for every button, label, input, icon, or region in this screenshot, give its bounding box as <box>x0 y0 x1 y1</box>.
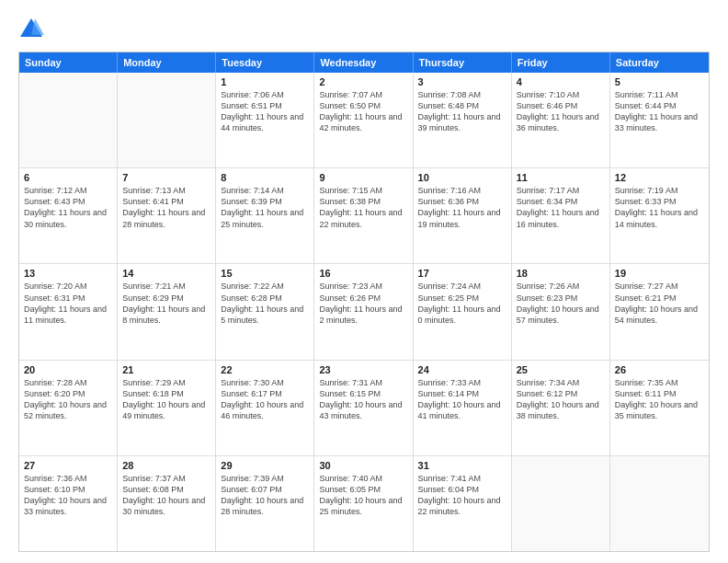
calendar-cell: 3Sunrise: 7:08 AM Sunset: 6:48 PM Daylig… <box>414 73 512 167</box>
day-number: 14 <box>122 268 210 279</box>
calendar-cell: 24Sunrise: 7:33 AM Sunset: 6:14 PM Dayli… <box>414 361 512 455</box>
calendar-body: 1Sunrise: 7:06 AM Sunset: 6:51 PM Daylig… <box>19 73 709 551</box>
cell-text: Sunrise: 7:08 AM Sunset: 6:48 PM Dayligh… <box>418 89 506 134</box>
cell-text: Sunrise: 7:06 AM Sunset: 6:51 PM Dayligh… <box>221 89 309 134</box>
day-number: 24 <box>418 364 506 375</box>
cell-text: Sunrise: 7:10 AM Sunset: 6:46 PM Dayligh… <box>517 89 605 134</box>
cell-text: Sunrise: 7:20 AM Sunset: 6:31 PM Dayligh… <box>24 281 112 326</box>
header <box>18 17 710 42</box>
logo-icon <box>18 17 44 42</box>
day-number: 3 <box>418 76 506 87</box>
cell-text: Sunrise: 7:29 AM Sunset: 6:18 PM Dayligh… <box>122 377 210 422</box>
calendar-cell: 19Sunrise: 7:27 AM Sunset: 6:21 PM Dayli… <box>610 264 709 359</box>
day-number: 26 <box>615 364 704 375</box>
cell-text: Sunrise: 7:31 AM Sunset: 6:15 PM Dayligh… <box>319 377 407 422</box>
calendar-cell: 15Sunrise: 7:22 AM Sunset: 6:28 PM Dayli… <box>216 264 314 359</box>
cell-text: Sunrise: 7:26 AM Sunset: 6:23 PM Dayligh… <box>517 281 605 326</box>
calendar-row: 20Sunrise: 7:28 AM Sunset: 6:20 PM Dayli… <box>19 361 709 456</box>
day-number: 16 <box>319 268 407 279</box>
header-day-saturday: Saturday <box>610 52 709 73</box>
cell-text: Sunrise: 7:19 AM Sunset: 6:33 PM Dayligh… <box>615 185 704 230</box>
cell-text: Sunrise: 7:30 AM Sunset: 6:17 PM Dayligh… <box>221 377 309 422</box>
day-number: 9 <box>319 172 407 183</box>
calendar-header: SundayMondayTuesdayWednesdayThursdayFrid… <box>19 52 709 73</box>
day-number: 21 <box>122 364 210 375</box>
calendar-cell <box>610 456 709 551</box>
calendar-cell: 13Sunrise: 7:20 AM Sunset: 6:31 PM Dayli… <box>19 264 118 359</box>
header-day-tuesday: Tuesday <box>216 52 314 73</box>
calendar-cell: 22Sunrise: 7:30 AM Sunset: 6:17 PM Dayli… <box>216 361 314 455</box>
calendar-cell <box>19 73 118 167</box>
calendar-row: 6Sunrise: 7:12 AM Sunset: 6:43 PM Daylig… <box>19 168 709 264</box>
svg-marker-1 <box>31 18 44 35</box>
day-number: 27 <box>24 460 112 471</box>
day-number: 20 <box>24 364 112 375</box>
calendar-cell: 17Sunrise: 7:24 AM Sunset: 6:25 PM Dayli… <box>414 264 512 359</box>
calendar-cell: 12Sunrise: 7:19 AM Sunset: 6:33 PM Dayli… <box>610 168 709 263</box>
day-number: 5 <box>615 76 704 87</box>
day-number: 15 <box>221 268 309 279</box>
calendar-cell: 7Sunrise: 7:13 AM Sunset: 6:41 PM Daylig… <box>118 168 216 263</box>
cell-text: Sunrise: 7:24 AM Sunset: 6:25 PM Dayligh… <box>418 281 506 326</box>
calendar-cell: 8Sunrise: 7:14 AM Sunset: 6:39 PM Daylig… <box>216 168 314 263</box>
header-day-wednesday: Wednesday <box>314 52 413 73</box>
calendar-cell: 26Sunrise: 7:35 AM Sunset: 6:11 PM Dayli… <box>610 361 709 455</box>
day-number: 6 <box>24 172 112 183</box>
cell-text: Sunrise: 7:13 AM Sunset: 6:41 PM Dayligh… <box>122 185 210 230</box>
cell-text: Sunrise: 7:22 AM Sunset: 6:28 PM Dayligh… <box>221 281 309 326</box>
calendar-row: 27Sunrise: 7:36 AM Sunset: 6:10 PM Dayli… <box>19 456 709 551</box>
cell-text: Sunrise: 7:39 AM Sunset: 6:07 PM Dayligh… <box>221 473 309 518</box>
calendar: SundayMondayTuesdayWednesdayThursdayFrid… <box>18 52 710 552</box>
cell-text: Sunrise: 7:36 AM Sunset: 6:10 PM Dayligh… <box>24 473 112 518</box>
day-number: 29 <box>221 460 309 471</box>
day-number: 2 <box>319 76 407 87</box>
day-number: 28 <box>122 460 210 471</box>
calendar-cell: 30Sunrise: 7:40 AM Sunset: 6:05 PM Dayli… <box>314 456 413 551</box>
calendar-cell: 4Sunrise: 7:10 AM Sunset: 6:46 PM Daylig… <box>512 73 610 167</box>
header-day-monday: Monday <box>118 52 216 73</box>
cell-text: Sunrise: 7:16 AM Sunset: 6:36 PM Dayligh… <box>418 185 506 230</box>
calendar-cell: 25Sunrise: 7:34 AM Sunset: 6:12 PM Dayli… <box>512 361 610 455</box>
cell-text: Sunrise: 7:12 AM Sunset: 6:43 PM Dayligh… <box>24 185 112 230</box>
header-day-thursday: Thursday <box>414 52 512 73</box>
day-number: 18 <box>517 268 605 279</box>
calendar-cell: 5Sunrise: 7:11 AM Sunset: 6:44 PM Daylig… <box>610 73 709 167</box>
calendar-cell <box>512 456 610 551</box>
cell-text: Sunrise: 7:07 AM Sunset: 6:50 PM Dayligh… <box>319 89 407 134</box>
day-number: 13 <box>24 268 112 279</box>
calendar-cell: 23Sunrise: 7:31 AM Sunset: 6:15 PM Dayli… <box>314 361 413 455</box>
calendar-cell: 20Sunrise: 7:28 AM Sunset: 6:20 PM Dayli… <box>19 361 118 455</box>
day-number: 8 <box>221 172 309 183</box>
logo <box>18 17 48 42</box>
day-number: 11 <box>517 172 605 183</box>
cell-text: Sunrise: 7:34 AM Sunset: 6:12 PM Dayligh… <box>517 377 605 422</box>
cell-text: Sunrise: 7:27 AM Sunset: 6:21 PM Dayligh… <box>615 281 704 326</box>
calendar-cell: 9Sunrise: 7:15 AM Sunset: 6:38 PM Daylig… <box>314 168 413 263</box>
header-day-sunday: Sunday <box>19 52 118 73</box>
day-number: 12 <box>615 172 704 183</box>
calendar-row: 13Sunrise: 7:20 AM Sunset: 6:31 PM Dayli… <box>19 264 709 360</box>
day-number: 23 <box>319 364 407 375</box>
cell-text: Sunrise: 7:14 AM Sunset: 6:39 PM Dayligh… <box>221 185 309 230</box>
day-number: 1 <box>221 76 309 87</box>
calendar-cell: 18Sunrise: 7:26 AM Sunset: 6:23 PM Dayli… <box>512 264 610 359</box>
calendar-cell: 16Sunrise: 7:23 AM Sunset: 6:26 PM Dayli… <box>314 264 413 359</box>
cell-text: Sunrise: 7:41 AM Sunset: 6:04 PM Dayligh… <box>418 473 506 518</box>
calendar-cell: 27Sunrise: 7:36 AM Sunset: 6:10 PM Dayli… <box>19 456 118 551</box>
cell-text: Sunrise: 7:40 AM Sunset: 6:05 PM Dayligh… <box>319 473 407 518</box>
day-number: 19 <box>615 268 704 279</box>
calendar-cell: 14Sunrise: 7:21 AM Sunset: 6:29 PM Dayli… <box>118 264 216 359</box>
day-number: 4 <box>517 76 605 87</box>
calendar-cell: 2Sunrise: 7:07 AM Sunset: 6:50 PM Daylig… <box>314 73 413 167</box>
header-day-friday: Friday <box>512 52 610 73</box>
calendar-cell: 1Sunrise: 7:06 AM Sunset: 6:51 PM Daylig… <box>216 73 314 167</box>
day-number: 25 <box>517 364 605 375</box>
calendar-cell <box>118 73 216 167</box>
day-number: 17 <box>418 268 506 279</box>
calendar-row: 1Sunrise: 7:06 AM Sunset: 6:51 PM Daylig… <box>19 73 709 168</box>
day-number: 31 <box>418 460 506 471</box>
cell-text: Sunrise: 7:35 AM Sunset: 6:11 PM Dayligh… <box>615 377 704 422</box>
calendar-cell: 6Sunrise: 7:12 AM Sunset: 6:43 PM Daylig… <box>19 168 118 263</box>
cell-text: Sunrise: 7:17 AM Sunset: 6:34 PM Dayligh… <box>517 185 605 230</box>
calendar-cell: 28Sunrise: 7:37 AM Sunset: 6:08 PM Dayli… <box>118 456 216 551</box>
